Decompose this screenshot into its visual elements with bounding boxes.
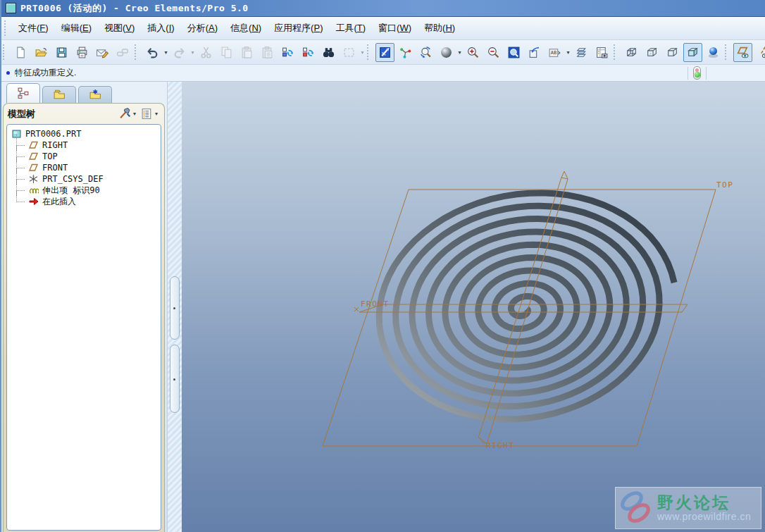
zoom-out-button[interactable] (484, 43, 503, 62)
undo-dropdown[interactable]: ▾ (163, 49, 169, 56)
copy-icon (220, 46, 233, 59)
zoom-in-button[interactable] (464, 43, 483, 62)
watermark-title: 野火论坛 (657, 495, 751, 511)
refit-button[interactable] (504, 43, 523, 62)
spin-center-button[interactable] (396, 43, 415, 62)
tree-item-5[interactable]: 伸出项 标识90 (8, 185, 159, 196)
enhanced-realism-button[interactable] (704, 43, 723, 62)
toolbar-grip[interactable] (367, 44, 371, 60)
menu-item-P[interactable]: 应用程序(P) (268, 20, 329, 37)
toolbar-grip[interactable] (725, 44, 729, 60)
menu-item-N[interactable]: 信息(N) (224, 20, 268, 37)
tree-item-label: PRT_CSYS_DEF (42, 174, 104, 184)
toolbar-grip[interactable] (135, 44, 139, 60)
select-box-dropdown[interactable]: ▾ (359, 49, 366, 56)
reorient-button[interactable] (525, 43, 544, 62)
orient-mode-icon (419, 46, 433, 59)
separator (688, 67, 688, 80)
datum-planes-button[interactable] (733, 43, 752, 62)
main-toolbar: ▾▾▾▾AB▾ (1, 40, 765, 65)
shading-button[interactable] (683, 43, 702, 62)
graphics-viewport[interactable]: TOPFRONTRIGHT 野火论坛 www.proewildfire.cn (182, 82, 765, 532)
splitter-handle-top[interactable] (170, 276, 180, 340)
repaint-button[interactable] (375, 43, 394, 62)
shade-button[interactable] (437, 43, 456, 62)
layers-icon (575, 46, 588, 59)
spin-center-icon (399, 46, 412, 59)
link-button (113, 43, 132, 62)
svg-text:AB: AB (551, 50, 556, 56)
hidden-line-button[interactable] (642, 43, 661, 62)
tree-item-3[interactable]: FRONT (8, 162, 159, 173)
saved-views-dropdown[interactable]: ▾ (565, 49, 571, 56)
window-title: PRT0006 (活动的) - Creo Elements/Pro 5.0 (20, 2, 249, 15)
repaint-icon (378, 46, 392, 59)
shade-dropdown[interactable]: ▾ (456, 49, 463, 56)
tree-settings-button[interactable]: ▾ (116, 106, 138, 122)
menu-item-F[interactable]: 文件(F) (12, 20, 55, 37)
toolbar-grip[interactable] (3, 44, 7, 60)
new-file-button[interactable] (11, 43, 30, 62)
navigator-panel: 模型树 ▾▾ PRT0006.PRTRIGHTTOPFRONTPRT_CSYS_… (1, 82, 167, 532)
open-button[interactable] (32, 43, 51, 62)
save-button[interactable] (52, 43, 71, 62)
menu-item-V[interactable]: 视图(V) (98, 20, 141, 37)
print-button[interactable] (73, 43, 92, 62)
datum-axes-icon (757, 46, 765, 59)
find-button[interactable] (319, 43, 338, 62)
menu-item-T[interactable]: 工具(T) (329, 20, 372, 37)
layers-button[interactable] (572, 43, 591, 62)
redo-button (170, 43, 189, 62)
model-tree-rows: PRT0006.PRTRIGHTTOPFRONTPRT_CSYS_DEF伸出项 … (8, 128, 159, 207)
menubar-grip[interactable] (4, 20, 8, 36)
find-icon (322, 46, 335, 59)
menu-bar: 文件(F)编辑(E)视图(V)插入(I)分析(A)信息(N)应用程序(P)工具(… (1, 17, 765, 40)
tree-show-button[interactable]: ▾ (138, 106, 160, 122)
regenerate-icon (281, 46, 294, 59)
open-icon (35, 46, 48, 59)
send-mail-button[interactable] (93, 43, 112, 62)
tree-item-6[interactable]: 在此插入 (8, 196, 159, 207)
toolbar-grip[interactable] (614, 44, 618, 60)
menu-item-E[interactable]: 编辑(E) (55, 20, 98, 37)
regeneration-status-light-icon[interactable] (693, 66, 701, 80)
toolbar-groups: ▾▾▾▾AB▾ (1, 40, 765, 64)
send-mail-icon (96, 46, 109, 59)
menu-item-W[interactable]: 窗口(W) (372, 20, 418, 37)
tab-folder-browser[interactable] (42, 86, 76, 103)
link-icon (116, 46, 130, 59)
watermark-url: www.proewildfire.cn (657, 512, 751, 521)
datum-plane-front[interactable] (359, 304, 688, 312)
redo-dropdown[interactable]: ▾ (189, 49, 196, 56)
view-manager-button[interactable] (592, 43, 611, 62)
datum-plane-icon (28, 163, 40, 173)
saved-views-button[interactable]: AB (545, 43, 564, 62)
tree-item-4[interactable]: PRT_CSYS_DEF (8, 173, 159, 185)
orient-mode-button[interactable] (416, 43, 435, 62)
menu-item-H[interactable]: 帮助(H) (418, 20, 461, 37)
wireframe-button[interactable] (622, 43, 641, 62)
spiral-part-geometry[interactable] (379, 193, 674, 419)
datum-axes-button[interactable] (754, 43, 765, 62)
tree-item-label: RIGHT (42, 140, 68, 150)
splitter-handle-bottom[interactable] (170, 345, 180, 413)
toolbar-group (612, 40, 723, 64)
tree-item-label: FRONT (42, 163, 68, 173)
undo-button[interactable] (143, 43, 162, 62)
custom-regenerate-button[interactable] (299, 43, 318, 62)
model-tree-title: 模型树 (8, 108, 114, 120)
menu-item-I[interactable]: 插入(I) (141, 20, 180, 37)
tree-item-2[interactable]: TOP (8, 151, 159, 162)
tab-model-tree[interactable] (6, 83, 40, 103)
datum-plane-icon (28, 140, 40, 150)
tree-item-1[interactable]: RIGHT (8, 140, 159, 151)
regenerate-button[interactable] (278, 43, 297, 62)
cut-button (197, 43, 216, 62)
title-bar[interactable]: PRT0006 (活动的) - Creo Elements/Pro 5.0 (1, 0, 765, 17)
datum-plane-icon (28, 151, 40, 161)
panel-splitter[interactable] (167, 82, 182, 532)
menu-item-A[interactable]: 分析(A) (181, 20, 224, 37)
tree-item-part-root[interactable]: PRT0006.PRT (8, 128, 159, 140)
no-hidden-button[interactable] (663, 43, 682, 62)
tab-favorites[interactable] (78, 86, 112, 103)
